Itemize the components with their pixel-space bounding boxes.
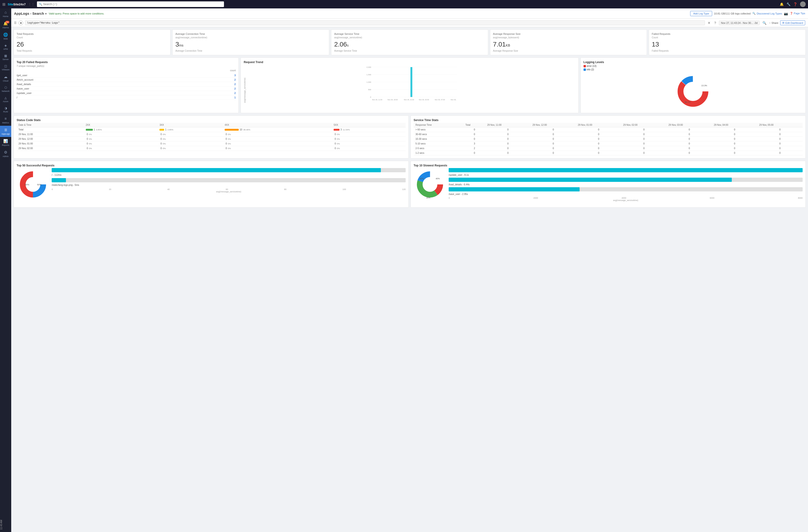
stat-card-total-requests: Total Requests Count 26 Total Requests — [14, 30, 170, 55]
successful-x-labels: 0 20 40 60 80 100 120 — [52, 188, 406, 190]
sidebar-item-reports[interactable]: 📊 Reports — [0, 137, 11, 148]
grid-icon[interactable]: ⊞ — [2, 2, 5, 6]
svg-text:50%: 50% — [37, 183, 42, 186]
col-datetime: Date & Time — [17, 123, 84, 127]
svc-row-0: > 60 secs 0 0 0 0 0 0 0 0 — [414, 127, 803, 132]
bottom-row: Top 50 Successful Requests 50% 50% — [14, 161, 806, 207]
svc-col-3: 29 Nov, 01:00 — [576, 123, 621, 127]
failed-requests-panel: Top 20 Failed Requests 7 unique message_… — [14, 57, 239, 113]
settings-icon[interactable]: 🔧 — [787, 2, 790, 6]
stat-card-subtitle-1: avg(message_connectiontime) — [175, 36, 326, 39]
page-tips-link[interactable]: ❓ Page Tips — [790, 12, 805, 15]
sidebar-item-azure[interactable]: ◬ Azure — [0, 94, 11, 105]
stat-card-title-2: Average Service Time — [334, 33, 485, 35]
stat-card-avg-service: Average Service Time avg(message_service… — [331, 30, 488, 55]
toggle-icon[interactable]: ◉ — [18, 21, 23, 25]
sidebar-item-rum[interactable]: ◑ RUM — [0, 105, 11, 115]
slowest-bar-2 — [449, 187, 803, 191]
log-search-icon: 🔍 — [752, 12, 756, 15]
date-range[interactable]: Nov 27, 11:43:24 - Nov 30... -3d — [719, 21, 760, 25]
notification-icon[interactable]: 🔔 — [780, 2, 784, 6]
sidebar-label-server: Server — [3, 58, 9, 60]
stat-card-subtitle-3: avg(message_bytessent) — [493, 36, 644, 39]
sidebar-item-server[interactable]: ▦ Server — [0, 52, 11, 62]
slowest-bar-fill-1 — [449, 178, 732, 182]
sidebar-item-network[interactable]: ⬡ Network — [0, 84, 11, 94]
search-magnify-icon[interactable]: 🔍 — [761, 21, 767, 25]
svg-rect-10 — [410, 67, 412, 97]
sidebar-label-network: Network — [2, 90, 10, 92]
sidebar-item-apm[interactable]: ◈ APM — [0, 42, 11, 52]
failed-row-5: / 1 — [17, 95, 236, 100]
timestamp-label: 11:43 AM — [0, 520, 3, 530]
successful-bar-1 — [52, 178, 406, 182]
help-icon[interactable]: ❓ — [793, 2, 797, 6]
svc-col-rt: Response Time — [414, 123, 464, 127]
bar-fill-0 — [52, 168, 381, 172]
clear-icon[interactable]: ✕ — [707, 21, 712, 25]
legend-info: info (2) — [584, 68, 803, 71]
status-row-3: 29 Nov, 01:00 00% 00% 00% 00% — [17, 142, 406, 146]
successful-requests-panel: Top 50 Successful Requests 50% 50% — [14, 161, 409, 207]
global-search[interactable]: 🔍 — [37, 1, 224, 7]
alarms-badge: 22 — [5, 21, 10, 23]
sidebar-item-vmware[interactable]: ◫ VMware — [0, 62, 11, 73]
question-mark-icon[interactable]: ? — [713, 21, 717, 25]
failed-requests-table: /get_user 3 /fetch_account 2 /load_detai… — [17, 73, 236, 100]
failed-count-3[interactable]: 2 — [234, 87, 236, 90]
title-dropdown-arrow[interactable]: ▾ — [45, 12, 47, 15]
home-icon: ⌂ — [4, 10, 7, 15]
sub-header-right: Add Log Type 10.81 GB/111 GB logs collec… — [690, 11, 805, 16]
sidebar-item-applogs[interactable]: ≣ AppLogs — [0, 126, 11, 137]
query-input[interactable] — [25, 20, 705, 25]
service-time-table-wrap[interactable]: Response Time Total 29 Nov, 11:00 29 Nov… — [414, 123, 803, 155]
edit-icon: ⊞ — [782, 21, 784, 24]
sidebar-item-admin[interactable]: ⚙ Admin — [0, 148, 11, 160]
failed-count-5[interactable]: 1 — [234, 96, 236, 99]
failed-count-2[interactable]: 2 — [234, 83, 236, 86]
failed-count-4[interactable]: 2 — [234, 92, 236, 94]
request-trend-svg: 2,000 1,500 1,000 500 0 Nov 29, 11:00 No… — [247, 65, 575, 102]
top-bar-actions: 🔔 🔧 ❓ — [780, 1, 806, 7]
logging-donut-svg: 13.3% 86.7% — [674, 73, 712, 110]
slowest-bars: /update_user - 8.1s /load_details - 6.44… — [449, 168, 803, 201]
failed-count-1[interactable]: 2 — [234, 78, 236, 81]
stat-card-avg-connection: Average Connection Time avg(message_conn… — [172, 30, 329, 55]
failed-count-0[interactable]: 3 — [234, 74, 236, 77]
data-info: 10.81 GB/111 GB logs collected — [714, 12, 751, 15]
failed-table-header: count — [17, 69, 236, 72]
camera-icon[interactable]: 📷 — [784, 12, 788, 15]
search-input[interactable] — [43, 3, 222, 6]
svg-text:86.7%: 86.7% — [685, 101, 691, 103]
failed-row-3: /save_user 2 — [17, 87, 236, 91]
edit-dashboard-button[interactable]: ⊞ Edit Dashboard — [780, 20, 805, 25]
sidebar-item-home[interactable]: ⌂ Home — [0, 8, 11, 19]
bar-fill-1 — [52, 178, 66, 182]
bar-yellow-total — [160, 129, 164, 131]
successful-chart-area: 50% 50% / - 112ms — [17, 168, 406, 201]
failed-requests-subtitle: 7 unique message_path(s) — [17, 65, 236, 67]
svc-col-5: 29 Nov, 03:00 — [666, 123, 712, 127]
sidebar-item-alarms[interactable]: 🔔 22 Alarms — [0, 19, 11, 31]
svg-text:Nov 30, 07:00: Nov 30, 07:00 — [435, 99, 445, 100]
add-log-type-button[interactable]: Add Log Type — [690, 11, 712, 16]
sidebar-item-metrics[interactable]: ≡ Metrics — [0, 115, 11, 126]
failed-path-4: /update_user — [17, 92, 32, 94]
sidebar-item-web[interactable]: 🌐 Web — [0, 31, 11, 42]
successful-donut-svg: 50% 50% — [17, 168, 49, 201]
query-bar-right: ✕ ? Nov 27, 11:43:24 - Nov 30... -3d 🔍 ↑… — [707, 20, 805, 25]
user-avatar[interactable] — [800, 1, 806, 7]
share-button[interactable]: ↑ Share — [769, 21, 778, 24]
error-dot — [584, 65, 586, 67]
logging-levels-title: Logging Levels — [584, 60, 803, 64]
stat-card-footer-4: Failed Requests — [652, 50, 803, 52]
failed-requests-title: Top 20 Failed Requests — [17, 60, 236, 64]
col-2xx: 2XX — [84, 123, 158, 127]
discovered-log-types-link[interactable]: 🔍 Discovered Log Types — [752, 12, 782, 15]
divider-icon: ⋮⋮ — [28, 2, 35, 6]
svg-text:13.3%: 13.3% — [701, 85, 707, 87]
logging-levels-panel: Logging Levels error (13) info (2) — [581, 57, 806, 113]
sidebar-item-cloud[interactable]: ☁ Cloud — [0, 73, 11, 84]
status-row-4: 29 Nov, 02:00 00% 00% 00% 00% — [17, 146, 406, 151]
failed-path-1: /fetch_account — [17, 78, 33, 81]
